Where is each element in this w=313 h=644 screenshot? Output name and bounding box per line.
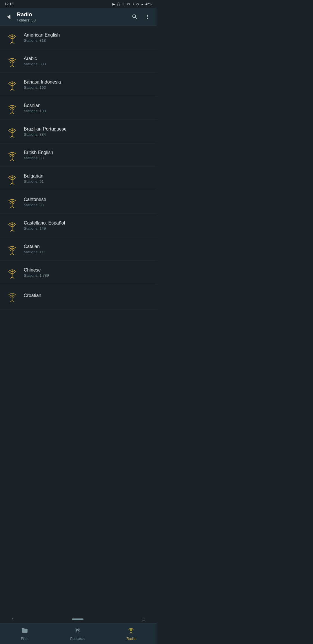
svg-line-13 xyxy=(10,113,12,114)
folder-name-11: Chinese xyxy=(24,267,152,273)
svg-line-22 xyxy=(12,160,14,161)
folder-item-brazilian-portuguese[interactable]: Brazilian Portuguese Stations: 384 xyxy=(0,120,156,143)
bluetooth-icon: ✦ xyxy=(132,2,134,6)
folder-item-bosnian[interactable]: Bosnian Stations: 108 xyxy=(0,96,156,120)
folder-stations-2: Stations: 303 xyxy=(24,62,152,66)
folder-list-container: American English Stations: 313 xyxy=(0,26,156,341)
radio-tower-icon-9 xyxy=(5,218,20,233)
folder-item-arabic[interactable]: Arabic Stations: 303 xyxy=(0,49,156,73)
svg-line-30 xyxy=(12,207,14,208)
folder-info-6: British English Stations: 89 xyxy=(24,150,152,160)
folder-name-5: Brazilian Portuguese xyxy=(24,126,152,132)
status-icons: ▶ 🎧 ☾ ⏱ ✦ ⊝ ▲ 42% xyxy=(112,2,152,6)
folder-stations-8: Stations: 88 xyxy=(24,203,152,207)
folder-item-catalan[interactable]: Catalan Stations: 111 xyxy=(0,237,156,261)
folder-name-10: Catalan xyxy=(24,244,152,249)
svg-line-10 xyxy=(12,89,14,91)
folder-item-american-english[interactable]: American English Stations: 313 xyxy=(0,26,156,49)
radio-tower-icon-12 xyxy=(5,288,20,303)
folder-info-10: Catalan Stations: 111 xyxy=(24,244,152,254)
radio-tower-icon-1 xyxy=(5,30,20,45)
folder-item-croatian[interactable]: Croatian xyxy=(0,284,156,310)
play-status-icon: ▶ xyxy=(112,2,115,6)
folder-stations-10: Stations: 111 xyxy=(24,250,152,254)
search-button[interactable] xyxy=(129,11,140,22)
svg-line-2 xyxy=(12,42,14,44)
svg-point-39 xyxy=(12,246,13,247)
svg-point-15 xyxy=(12,105,13,106)
folder-item-chinese[interactable]: Chinese Stations: 1,789 xyxy=(0,261,156,284)
svg-point-11 xyxy=(12,82,13,83)
folder-stations-11: Stations: 1,789 xyxy=(24,273,152,278)
title-block: Radio Folders: 50 xyxy=(17,11,129,22)
svg-line-17 xyxy=(10,136,12,138)
svg-line-46 xyxy=(12,301,14,302)
svg-point-19 xyxy=(12,129,13,130)
svg-line-9 xyxy=(10,89,12,91)
radio-tower-icon-3 xyxy=(5,77,20,92)
more-options-icon xyxy=(144,14,151,20)
folder-info-5: Brazilian Portuguese Stations: 384 xyxy=(24,126,152,137)
folder-stations-6: Stations: 89 xyxy=(24,156,152,160)
radio-tower-icon-7 xyxy=(5,171,20,186)
folder-item-british-english[interactable]: British English Stations: 89 xyxy=(0,143,156,167)
svg-line-14 xyxy=(12,113,14,114)
svg-line-26 xyxy=(12,183,14,184)
svg-line-18 xyxy=(12,136,14,138)
svg-line-33 xyxy=(10,230,12,231)
svg-point-7 xyxy=(12,58,13,59)
svg-point-43 xyxy=(12,269,13,271)
folder-info-8: Cantonese Stations: 88 xyxy=(24,197,152,207)
radio-tower-icon-6 xyxy=(5,147,20,162)
svg-line-42 xyxy=(12,277,14,278)
folder-name-12: Croatian xyxy=(24,293,152,298)
folder-name-8: Cantonese xyxy=(24,197,152,202)
folder-stations-1: Stations: 313 xyxy=(24,38,152,43)
search-icon xyxy=(132,14,138,20)
svg-point-23 xyxy=(12,152,13,153)
folder-item-castellano-espanol[interactable]: Castellano. Español Stations: 149 xyxy=(0,214,156,237)
folder-info-2: Arabic Stations: 303 xyxy=(24,56,152,66)
radio-tower-icon-8 xyxy=(5,194,20,209)
folder-item-cantonese[interactable]: Cantonese Stations: 88 xyxy=(0,190,156,214)
back-arrow-icon xyxy=(7,15,10,19)
svg-line-1 xyxy=(10,42,12,44)
folder-stations-4: Stations: 108 xyxy=(24,109,152,113)
back-button[interactable] xyxy=(3,12,14,22)
svg-line-41 xyxy=(10,277,12,278)
svg-point-3 xyxy=(12,35,13,36)
folder-info-12: Croatian xyxy=(24,293,152,299)
folder-name-6: British English xyxy=(24,150,152,155)
folder-stations-5: Stations: 384 xyxy=(24,132,152,137)
radio-tower-icon-4 xyxy=(5,100,20,115)
radio-tower-icon-2 xyxy=(5,53,20,68)
svg-point-27 xyxy=(12,176,13,177)
app-bar: Radio Folders: 50 xyxy=(0,8,156,26)
wifi-icon: ▲ xyxy=(141,2,144,6)
page-subtitle: Folders: 50 xyxy=(17,18,129,22)
folder-info-1: American English Stations: 313 xyxy=(24,32,152,43)
svg-line-29 xyxy=(10,207,12,208)
alarm-icon: ⏱ xyxy=(127,2,130,6)
folder-info-11: Chinese Stations: 1,789 xyxy=(24,267,152,278)
svg-line-45 xyxy=(10,301,12,302)
radio-tower-icon-10 xyxy=(5,241,20,256)
app-bar-actions xyxy=(129,11,153,22)
svg-line-34 xyxy=(12,230,14,231)
svg-line-37 xyxy=(10,254,12,255)
svg-point-31 xyxy=(12,199,13,200)
folder-item-bahasa-indonesia[interactable]: Bahasa Indonesia Stations: 102 xyxy=(0,73,156,96)
status-bar: 12:13 ▶ 🎧 ☾ ⏱ ✦ ⊝ ▲ 42% xyxy=(0,0,156,8)
folder-list: American English Stations: 313 xyxy=(0,26,156,310)
folder-stations-7: Stations: 91 xyxy=(24,179,152,184)
dnd-icon: ⊝ xyxy=(136,2,139,6)
folder-info-7: Bulgarian Stations: 91 xyxy=(24,173,152,184)
folder-name-7: Bulgarian xyxy=(24,173,152,179)
folder-stations-3: Stations: 102 xyxy=(24,85,152,90)
folder-item-bulgarian[interactable]: Bulgarian Stations: 91 xyxy=(0,167,156,190)
svg-line-21 xyxy=(10,160,12,161)
folder-info-3: Bahasa Indonesia Stations: 102 xyxy=(24,79,152,90)
svg-point-47 xyxy=(12,293,13,294)
svg-line-25 xyxy=(10,183,12,184)
more-options-button[interactable] xyxy=(142,11,153,22)
